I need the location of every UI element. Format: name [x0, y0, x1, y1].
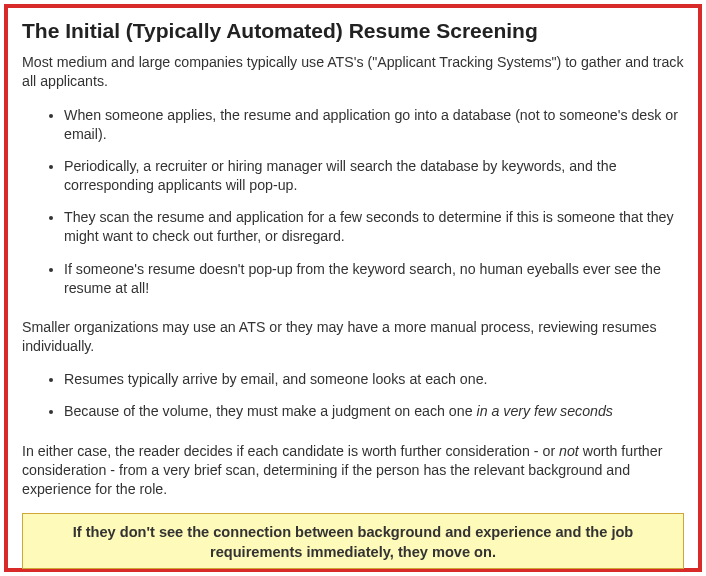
paragraph-3: In either case, the reader decides if ea… — [22, 442, 684, 500]
list-item: If someone's resume doesn't pop-up from … — [64, 260, 684, 298]
list-item: Periodically, a recruiter or hiring mana… — [64, 157, 684, 195]
document-title: The Initial (Typically Automated) Resume… — [22, 18, 684, 43]
bullet-list-2: Resumes typically arrive by email, and s… — [22, 370, 684, 427]
list-item: Resumes typically arrive by email, and s… — [64, 370, 684, 389]
document-frame: The Initial (Typically Automated) Resume… — [4, 4, 702, 572]
list-item-italic: in a very few seconds — [476, 403, 612, 419]
para3-prefix: In either case, the reader decides if ea… — [22, 443, 559, 459]
intro-paragraph: Most medium and large companies typicall… — [22, 53, 684, 91]
bullet-list-1: When someone applies, the resume and app… — [22, 106, 684, 304]
paragraph-2: Smaller organizations may use an ATS or … — [22, 318, 684, 356]
list-item: They scan the resume and application for… — [64, 208, 684, 246]
callout-box: If they don't see the connection between… — [22, 513, 684, 569]
para3-italic: not — [559, 443, 579, 459]
list-item-text: Because of the volume, they must make a … — [64, 403, 476, 419]
list-item: When someone applies, the resume and app… — [64, 106, 684, 144]
list-item: Because of the volume, they must make a … — [64, 402, 684, 421]
